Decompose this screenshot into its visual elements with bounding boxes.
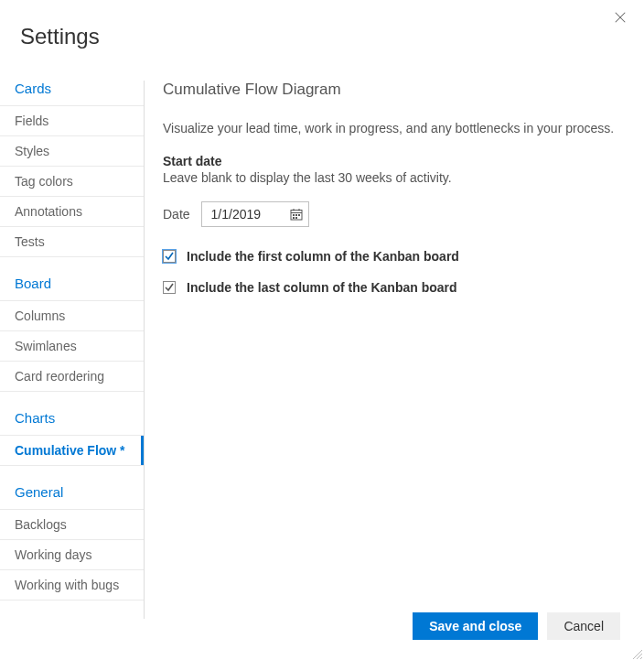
start-date-label: Start date (163, 154, 626, 168)
sidebar-item-label: Columns (15, 308, 65, 323)
dialog-footer: Save and close Cancel (413, 612, 620, 640)
include-first-label: Include the first column of the Kanban b… (187, 249, 459, 264)
sidebar-item-label: Fields (15, 114, 48, 128)
sidebar-item-columns[interactable]: Columns (0, 300, 144, 330)
close-icon[interactable] (613, 11, 628, 26)
sidebar: Cards Fields Styles Tag colors Annotatio… (0, 81, 145, 619)
content-description: Visualize your lead time, work in progre… (163, 121, 626, 135)
include-last-checkbox[interactable] (163, 281, 176, 294)
date-value: 1/1/2019 (211, 207, 268, 222)
sidebar-item-label: Tests (15, 234, 45, 249)
settings-dialog: Settings Cards Fields Styles Tag colors … (0, 0, 644, 660)
svg-rect-9 (293, 217, 295, 219)
date-row: Date 1/1/2019 (163, 201, 626, 227)
sidebar-item-card-reordering[interactable]: Card reordering (0, 361, 144, 392)
include-first-checkbox[interactable] (163, 250, 176, 263)
sidebar-item-fields[interactable]: Fields (0, 105, 144, 135)
sidebar-item-swimlanes[interactable]: Swimlanes (0, 330, 144, 361)
sidebar-item-label: Card reordering (15, 369, 104, 384)
sidebar-item-label: Tag colors (15, 174, 73, 189)
svg-rect-6 (293, 214, 295, 216)
sidebar-item-label: Annotations (15, 204, 82, 219)
dialog-header: Settings (0, 0, 644, 49)
date-field-label: Date (163, 207, 190, 222)
sidebar-item-tests[interactable]: Tests (0, 226, 144, 257)
svg-line-13 (640, 657, 642, 659)
date-input[interactable]: 1/1/2019 (201, 201, 309, 227)
include-last-label: Include the last column of the Kanban bo… (187, 280, 457, 295)
calendar-icon[interactable] (290, 208, 303, 221)
dialog-title: Settings (20, 24, 644, 49)
sidebar-item-tag-colors[interactable]: Tag colors (0, 166, 144, 196)
save-and-close-button[interactable]: Save and close (413, 612, 538, 640)
sidebar-section-charts: Charts (0, 401, 144, 435)
content-panel: Cumulative Flow Diagram Visualize your l… (145, 81, 644, 619)
sidebar-section-board: Board (0, 266, 144, 300)
sidebar-item-working-days[interactable]: Working days (0, 539, 144, 569)
svg-rect-8 (298, 214, 300, 216)
sidebar-item-label: Swimlanes (15, 339, 77, 353)
sidebar-item-label: Working with bugs (15, 578, 119, 592)
sidebar-item-backlogs[interactable]: Backlogs (0, 509, 144, 539)
start-date-hint: Leave blank to display the last 30 weeks… (163, 170, 626, 185)
svg-rect-10 (295, 217, 297, 219)
include-first-row: Include the first column of the Kanban b… (163, 249, 626, 264)
sidebar-section-cards: Cards (0, 81, 144, 105)
cancel-button[interactable]: Cancel (547, 612, 620, 640)
sidebar-item-cumulative-flow[interactable]: Cumulative Flow * (0, 435, 144, 466)
sidebar-item-label: Styles (15, 144, 49, 158)
include-last-row: Include the last column of the Kanban bo… (163, 280, 626, 295)
svg-rect-7 (295, 214, 297, 216)
sidebar-item-annotations[interactable]: Annotations (0, 196, 144, 226)
content-title: Cumulative Flow Diagram (163, 81, 626, 99)
dialog-body: Cards Fields Styles Tag colors Annotatio… (0, 81, 644, 619)
sidebar-item-label: Backlogs (15, 517, 67, 532)
sidebar-item-working-with-bugs[interactable]: Working with bugs (0, 569, 144, 600)
sidebar-item-label: Working days (15, 547, 92, 562)
sidebar-section-general: General (0, 475, 144, 509)
sidebar-item-styles[interactable]: Styles (0, 135, 144, 166)
resize-grip-icon[interactable] (631, 647, 642, 658)
sidebar-item-label: Cumulative Flow * (15, 443, 125, 458)
